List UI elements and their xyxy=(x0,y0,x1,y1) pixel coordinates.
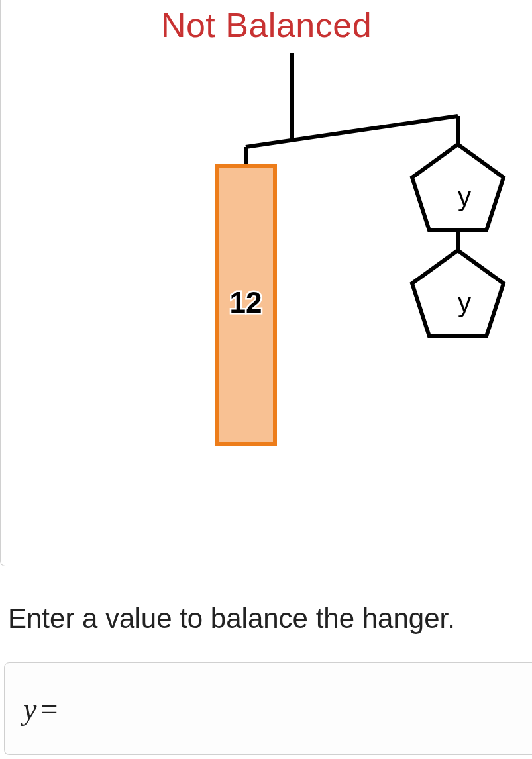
svg-line-1 xyxy=(246,116,458,147)
instruction-text: Enter a value to balance the hanger. xyxy=(8,603,455,634)
balance-status: Not Balanced xyxy=(161,5,372,45)
weight-block-value: 12 xyxy=(230,286,262,319)
pentagon-2-label: y xyxy=(458,288,471,317)
diagram-panel: Not Balanced 12 y y xyxy=(0,0,532,566)
hanger-diagram: 12 y y xyxy=(1,53,532,517)
pentagon-1-label: y xyxy=(458,182,471,211)
answer-input-row[interactable]: y = xyxy=(4,662,532,755)
variable-label: y xyxy=(23,691,36,727)
equals-sign: = xyxy=(40,691,58,727)
